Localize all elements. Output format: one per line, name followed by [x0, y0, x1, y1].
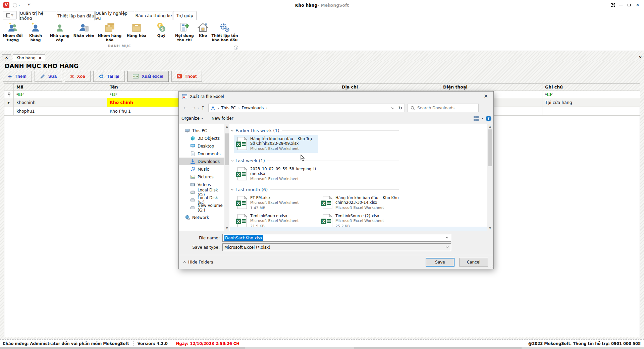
cell-ma[interactable]: khochinh — [14, 98, 107, 107]
export-excel-button[interactable]: XLSXXuất excel — [127, 71, 169, 82]
tabstrip-close-icon[interactable]: ✕ — [639, 55, 642, 60]
file-list-horizontal-scrollbar[interactable] — [230, 227, 487, 231]
help-icon[interactable]: ? — [486, 116, 491, 121]
organize-button[interactable]: Organize▾ — [181, 116, 203, 121]
dialog-close-button[interactable]: ✕ — [478, 92, 493, 101]
close-all-tabs-button[interactable]: ✕ — [2, 54, 11, 61]
column-header-ma[interactable]: Mã — [14, 83, 107, 91]
group-header-last-month[interactable]: Last month (6) — [231, 187, 399, 192]
cancel-button[interactable]: Cancel — [459, 258, 488, 267]
tree-item-documents[interactable]: Documents — [179, 150, 224, 158]
tab-kho-hang[interactable]: Kho hàng ✕ — [13, 54, 45, 61]
ribbon-item-initial-stock[interactable]: Thiết lập tồn kho ban đầu — [211, 22, 239, 42]
address-dropdown-icon[interactable] — [391, 106, 394, 109]
tree-item-pictures[interactable]: Pictures — [179, 173, 224, 181]
breadcrumb-this-pc[interactable]: This PC — [221, 106, 236, 110]
ribbon-item-funds[interactable]: €$ Quỹ — [152, 22, 171, 38]
tree-item-network[interactable]: Network — [179, 214, 224, 221]
ribbon-tab-operations[interactable]: Quản lý nghiệp vụ — [95, 11, 134, 20]
restore-button[interactable] — [625, 2, 633, 8]
fullscreen-button[interactable] — [609, 2, 616, 8]
column-header-dia-chi[interactable]: Địa chỉ — [339, 83, 440, 91]
file-type: Microsoft Excel Worksheet — [250, 147, 299, 151]
tree-item-3d-objects[interactable]: 3D Objects — [179, 134, 224, 142]
save-as-type-select[interactable]: Microsoft Excel (*.xlsx) — [222, 243, 451, 251]
file-item-selected[interactable]: X Hàng tồn kho ban đầu _ Kho Trụ Sở Chín… — [234, 135, 318, 153]
column-header-dien-thoai[interactable]: Điện thoại — [440, 83, 542, 91]
ribbon-item-employees[interactable]: Nhân viên — [72, 22, 95, 38]
delete-button[interactable]: Xóa — [65, 71, 91, 82]
file-item[interactable]: X Hàng tồn kho ban đầu _ Kho Kho chính20… — [319, 194, 404, 212]
hide-folders-button[interactable]: Hide Folders — [183, 260, 213, 265]
column-header-ten[interactable]: Tên — [107, 83, 339, 91]
minimize-button[interactable]: — — [617, 2, 625, 8]
ribbon-tab-system-admin[interactable]: Quản trị hệ thống — [19, 11, 56, 20]
supplier-icon — [54, 22, 65, 33]
address-bar[interactable]: › This PC › Downloads › — [208, 104, 396, 112]
view-toggle-caret-icon[interactable]: ▾ — [482, 117, 483, 120]
network-icon — [185, 215, 190, 220]
up-icon[interactable]: ↑ — [199, 105, 207, 111]
tree-item-this-pc[interactable]: This PC — [179, 127, 224, 134]
cell-ghi-chu[interactable]: Tại cửa hàng — [542, 98, 640, 107]
filter-cell-ma[interactable]: aBc — [14, 91, 107, 98]
tree-item-music[interactable]: Music — [179, 165, 224, 173]
ribbon-item-products[interactable]: Hàng hóa — [125, 22, 148, 38]
back-icon[interactable]: ← — [181, 105, 190, 111]
drive-c-icon — [190, 190, 195, 195]
tree-item-downloads[interactable]: Downloads — [179, 158, 224, 165]
table-header-row: Mã Tên Địa chỉ Điện thoại Ghi chú — [4, 83, 640, 91]
filter-cell-ghi-chu[interactable]: aBc — [542, 91, 640, 98]
ribbon-item-income-expense[interactable]: Nội dung thu chi — [172, 22, 197, 42]
resize-grip[interactable] — [489, 265, 493, 268]
ribbon-collapse-button[interactable]: ◂ — [234, 46, 238, 50]
reload-button[interactable]: Tải lại — [93, 71, 125, 82]
ribbon-tab-reports[interactable]: Báo cáo thống kê — [135, 11, 172, 20]
scrollbar-thumb[interactable] — [225, 133, 229, 165]
ribbon-item-warehouse[interactable]: Kho — [196, 22, 210, 38]
cell-ghi-chu[interactable] — [542, 107, 640, 116]
group-header-earlier-this-week[interactable]: Earlier this week (1) — [231, 128, 399, 133]
tree-item-desktop[interactable]: Desktop — [179, 142, 224, 150]
close-button[interactable]: ✕ — [634, 2, 641, 8]
save-button[interactable]: Save — [426, 258, 454, 267]
view-toggle-icon[interactable] — [474, 116, 479, 121]
ribbon-item-object-group[interactable]: Nhóm đối tượng — [2, 22, 23, 42]
application-menu-button[interactable]: ▽ — [3, 11, 17, 19]
ribbon-item-suppliers[interactable]: Nhà cung cấp — [48, 22, 71, 42]
file-name: Hàng tồn kho ban đầu _ Kho Kho chính2023… — [335, 195, 398, 205]
edit-button[interactable]: Sửa — [35, 71, 62, 82]
file-type: Microsoft Excel Worksheet — [250, 177, 299, 181]
new-folder-button[interactable]: New folder — [212, 116, 233, 121]
ribbon-item-product-groups[interactable]: Nhóm hàng hóa — [97, 22, 123, 42]
forward-icon[interactable]: → — [190, 105, 198, 111]
search-box[interactable] — [408, 104, 479, 112]
ribbon-item-label: Khách hàng — [25, 34, 46, 42]
tree-item-new-volume-g[interactable]: New Volume (G:) — [179, 204, 224, 212]
ribbon-item-label: Nhân viên — [73, 34, 94, 38]
drive-g-icon — [190, 205, 195, 210]
pencil-icon — [40, 74, 45, 79]
breadcrumb-downloads[interactable]: Downloads — [241, 106, 264, 110]
tree-scrollbar[interactable]: ▲ ▼ — [224, 124, 229, 231]
file-list-vertical-scrollbar[interactable]: ▲ ▼ — [487, 124, 493, 231]
ribbon-tab-initial-setup[interactable]: Thiết lập ban đầu — [57, 11, 95, 20]
scrollbar-thumb[interactable] — [488, 129, 492, 166]
file-item[interactable]: X 2023_10_02_09_59_58_keeping_time.xlsxM… — [234, 165, 318, 183]
ribbon-tab-help[interactable]: Trợ giúp — [173, 11, 197, 20]
file-item[interactable]: X PT PM.xlsxMicrosoft Excel Worksheet1.4… — [234, 194, 318, 212]
tab-close-icon[interactable]: ✕ — [39, 56, 42, 60]
ribbon-item-customers[interactable]: Khách hàng — [25, 22, 46, 42]
group-header-last-week[interactable]: Last week (1) — [231, 158, 399, 163]
column-header-ghi-chu[interactable]: Ghi chú — [542, 83, 640, 91]
dialog-titlebar[interactable]: Xuất ra file Excel ✕ — [179, 92, 493, 102]
refresh-button[interactable]: ↻ — [396, 104, 405, 112]
cell-ma[interactable]: khophu1 — [14, 107, 107, 116]
search-input[interactable] — [417, 106, 471, 110]
add-button[interactable]: Thêm — [3, 71, 32, 82]
filter-pin-cell[interactable] — [4, 91, 14, 98]
file-name-input[interactable]: DanhSachKho.xlsx — [222, 234, 451, 242]
save-as-type-row: Save as type: Microsoft Excel (*.xlsx) — [183, 243, 490, 251]
file-list: Earlier this week (1) X Hàng tồn kho ban… — [230, 124, 487, 231]
exit-button[interactable]: ✕Thoát — [171, 71, 202, 82]
